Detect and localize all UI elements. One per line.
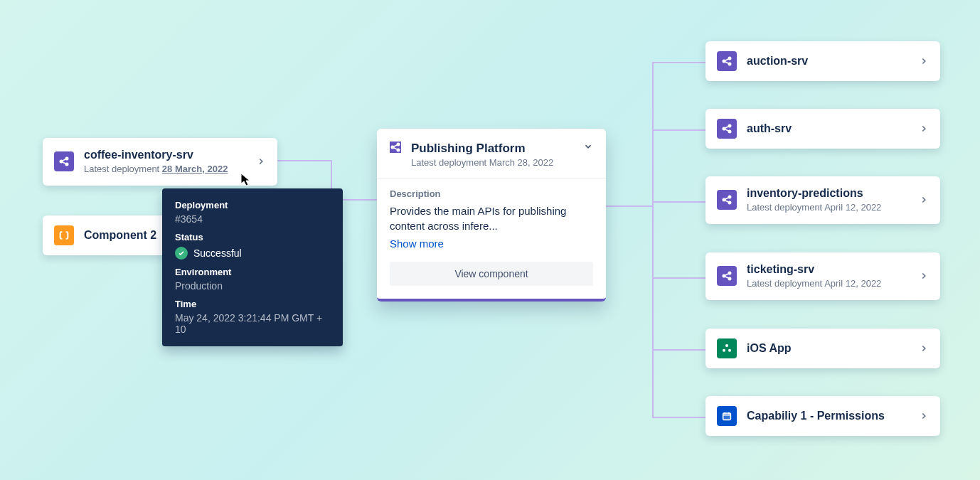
tooltip-env-value: Production <box>175 280 330 292</box>
node-title: coffee-inventory-srv <box>84 148 246 162</box>
svg-point-18 <box>725 344 728 347</box>
description-label: Description <box>390 188 593 199</box>
tooltip-time-label: Time <box>175 299 330 309</box>
node-title: iOS App <box>747 341 909 356</box>
node-title: inventory-predictions <box>747 186 909 201</box>
svg-point-20 <box>728 349 731 352</box>
svg-rect-21 <box>723 413 731 420</box>
node-title: auth-srv <box>747 122 909 136</box>
share-icon <box>717 190 737 210</box>
chevron-right-icon <box>919 124 929 134</box>
chevron-right-icon <box>919 195 929 205</box>
node-subtitle: Latest deployment April 12, 2022 <box>747 278 909 290</box>
node-title: Capabiliy 1 - Permissions <box>747 409 909 423</box>
chevron-down-icon[interactable] <box>583 142 593 151</box>
view-component-button[interactable]: View component <box>390 262 593 286</box>
node-subtitle: Latest deployment April 12, 2022 <box>747 202 909 214</box>
node-title: Publishing Platform <box>411 142 573 156</box>
share-icon <box>717 266 737 286</box>
share-icon <box>717 51 737 71</box>
node-title: auction-srv <box>747 54 909 68</box>
chevron-right-icon <box>919 343 929 353</box>
cursor-icon <box>240 173 252 187</box>
node-publishing-platform[interactable]: Publishing Platform Latest deployment Ma… <box>377 129 606 302</box>
brackets-icon <box>54 225 74 245</box>
chevron-right-icon <box>919 56 929 66</box>
node-title: ticketing-srv <box>747 262 909 277</box>
node-auction-srv[interactable]: auction-srv <box>705 41 940 81</box>
tooltip-status-label: Status <box>175 232 330 242</box>
chevron-right-icon <box>919 411 929 421</box>
show-more-link[interactable]: Show more <box>390 238 444 250</box>
tooltip-deployment-label: Deployment <box>175 200 330 210</box>
tooltip-env-label: Environment <box>175 267 330 277</box>
node-inventory-predictions[interactable]: inventory-predictions Latest deployment … <box>705 176 940 224</box>
chevron-right-icon <box>256 156 266 166</box>
svg-point-19 <box>723 349 725 352</box>
deployment-tooltip: Deployment #3654 Status Successful Envir… <box>162 188 343 346</box>
tooltip-status-value: Successful <box>193 247 242 259</box>
app-icon <box>717 338 737 358</box>
node-capability-permissions[interactable]: Capabiliy 1 - Permissions <box>705 396 940 436</box>
calendar-icon <box>717 406 737 426</box>
share-icon <box>717 119 737 139</box>
chevron-right-icon <box>919 271 929 281</box>
description-text: Provides the main APIs for publishing co… <box>390 203 593 233</box>
node-ticketing-srv[interactable]: ticketing-srv Latest deployment April 12… <box>705 252 940 300</box>
tooltip-time-value: May 24, 2022 3:21:44 PM GMT + 10 <box>175 312 330 335</box>
node-ios-app[interactable]: iOS App <box>705 329 940 368</box>
share-icon <box>390 142 401 153</box>
share-icon <box>54 151 74 171</box>
check-icon <box>175 247 188 260</box>
node-subtitle: Latest deployment 28 March, 2022 <box>84 164 246 176</box>
node-auth-srv[interactable]: auth-srv <box>705 109 940 149</box>
node-subtitle: Latest deployment March 28, 2022 <box>411 157 573 168</box>
tooltip-deployment-value: #3654 <box>175 213 330 225</box>
